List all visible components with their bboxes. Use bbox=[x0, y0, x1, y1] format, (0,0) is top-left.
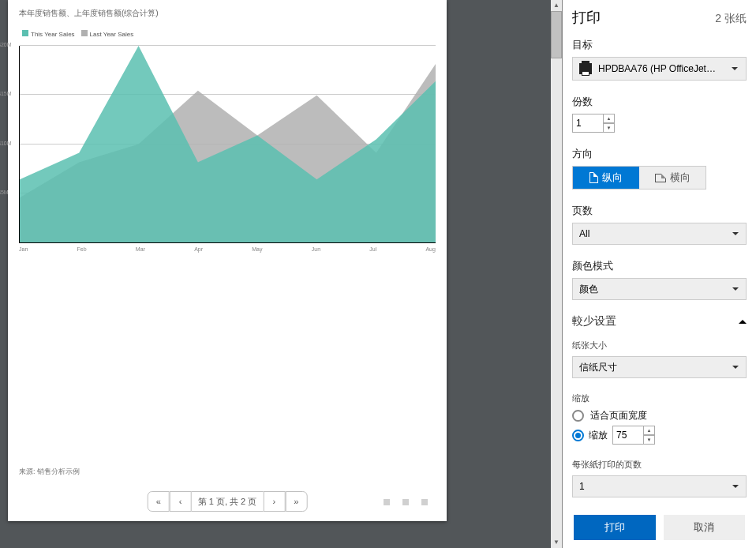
print-button[interactable]: 打印 bbox=[574, 515, 656, 540]
pages-label: 页数 bbox=[572, 204, 747, 218]
copies-down-icon[interactable]: ▼ bbox=[604, 123, 615, 133]
scale-input[interactable] bbox=[612, 426, 644, 445]
paper-size-group: 纸张大小 信纸尺寸 bbox=[572, 340, 747, 378]
scroll-up-icon[interactable]: ▲ bbox=[551, 0, 562, 11]
dialog-actions: 打印 取消 bbox=[563, 507, 756, 548]
preview-page: 本年度销售额、上年度销售额(综合计算) This Year Sales Last… bbox=[8, 0, 447, 521]
sheet-count: 2 张纸 bbox=[715, 12, 747, 26]
copies-input[interactable] bbox=[572, 114, 604, 133]
pages-select[interactable]: All bbox=[572, 223, 747, 245]
pager-status: 第 1 页, 共 2 页 bbox=[192, 491, 264, 512]
pager-next-button[interactable]: › bbox=[263, 491, 285, 512]
chart-svg bbox=[20, 46, 436, 242]
pager-first-button[interactable]: « bbox=[148, 491, 170, 512]
legend-this-year: This Year Sales bbox=[31, 31, 75, 38]
color-label: 颜色模式 bbox=[572, 259, 747, 273]
chart: This Year Sales Last Year Sales $20M $15… bbox=[19, 24, 436, 252]
page-thumbnails bbox=[384, 499, 428, 505]
report-pager: « ‹ 第 1 页, 共 2 页 › » bbox=[148, 491, 308, 512]
print-dialog: 打印 2 张纸 目标 HPDBAA76 (HP OfficeJet… 份数 ▲▼… bbox=[562, 0, 756, 548]
paper-size-label: 纸张大小 bbox=[572, 340, 747, 351]
scale-custom-radio[interactable]: 缩放 ▲▼ bbox=[572, 426, 747, 445]
chart-legend: This Year Sales Last Year Sales bbox=[19, 24, 436, 46]
copies-group: 份数 ▲▼ bbox=[572, 95, 747, 133]
report-source: 来源: 销售分析示例 bbox=[19, 467, 80, 477]
scroll-down-icon[interactable]: ▼ bbox=[551, 537, 562, 548]
pages-per-sheet-label: 每张紙打印的页数 bbox=[572, 459, 747, 471]
pager-last-button[interactable]: » bbox=[285, 491, 307, 512]
chevron-up-icon bbox=[739, 315, 747, 328]
dialog-title: 打印 bbox=[572, 8, 601, 27]
pages-group: 页数 All bbox=[572, 204, 747, 245]
color-select[interactable]: 颜色 bbox=[572, 278, 747, 300]
copies-label: 份数 bbox=[572, 95, 747, 109]
scale-down-icon[interactable]: ▼ bbox=[644, 435, 655, 445]
preview-scrollbar[interactable]: ▲ ▼ bbox=[551, 0, 562, 548]
less-settings-toggle[interactable]: 較少设置 bbox=[572, 314, 747, 328]
orientation-portrait[interactable]: 纵向 bbox=[573, 167, 639, 189]
scale-stepper[interactable]: ▲▼ bbox=[612, 426, 655, 445]
orientation-landscape[interactable]: 横向 bbox=[639, 167, 705, 189]
scale-label: 缩放 bbox=[572, 392, 747, 404]
orientation-label: 方向 bbox=[572, 147, 747, 161]
area-chart: $20M $15M $10M $5M bbox=[19, 46, 436, 243]
landscape-icon bbox=[655, 174, 666, 182]
color-group: 颜色模式 颜色 bbox=[572, 259, 747, 300]
x-axis-labels: Jan Feb Mar Apr May Jun Jul Aug bbox=[19, 243, 436, 252]
print-preview-pane: 本年度销售额、上年度销售额(综合计算) This Year Sales Last… bbox=[0, 0, 562, 548]
scale-up-icon[interactable]: ▲ bbox=[644, 426, 655, 435]
scale-group: 缩放 适合页面宽度 缩放 ▲▼ bbox=[572, 392, 747, 445]
destination-label: 目标 bbox=[572, 38, 747, 52]
orientation-group: 方向 纵向 横向 bbox=[572, 147, 747, 190]
pages-per-sheet-group: 每张紙打印的页数 1 bbox=[572, 459, 747, 497]
pager-prev-button[interactable]: ‹ bbox=[170, 491, 192, 512]
cancel-button[interactable]: 取消 bbox=[664, 515, 746, 540]
report-title: 本年度销售额、上年度销售额(综合计算) bbox=[8, 0, 447, 24]
pages-per-sheet-select[interactable]: 1 bbox=[572, 475, 747, 497]
destination-select[interactable]: HPDBAA76 (HP OfficeJet… bbox=[572, 57, 747, 81]
destination-group: 目标 HPDBAA76 (HP OfficeJet… bbox=[572, 38, 747, 81]
destination-value: HPDBAA76 (HP OfficeJet… bbox=[598, 63, 716, 74]
scale-fit-width-radio[interactable]: 适合页面宽度 bbox=[572, 409, 747, 422]
legend-last-year: Last Year Sales bbox=[90, 31, 134, 38]
copies-stepper[interactable]: ▲▼ bbox=[572, 114, 615, 133]
paper-size-select[interactable]: 信纸尺寸 bbox=[572, 356, 747, 378]
copies-up-icon[interactable]: ▲ bbox=[604, 114, 615, 123]
printer-icon bbox=[579, 63, 592, 74]
portrait-icon bbox=[589, 172, 598, 183]
